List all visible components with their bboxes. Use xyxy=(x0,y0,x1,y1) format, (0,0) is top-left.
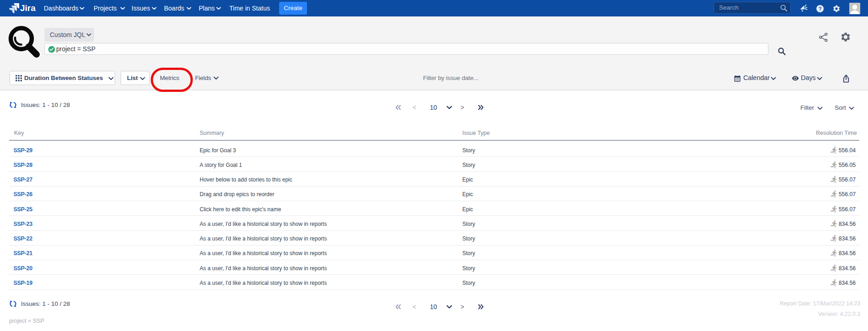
svg-text:?: ? xyxy=(819,6,822,11)
